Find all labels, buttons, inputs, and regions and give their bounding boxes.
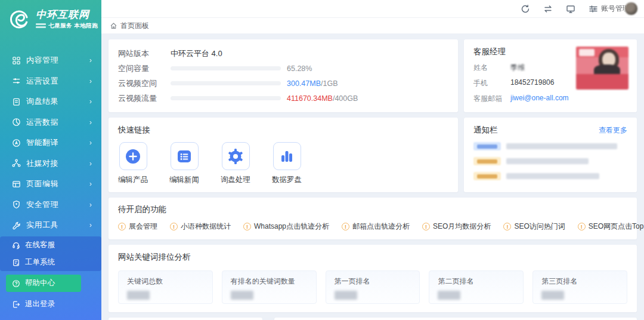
brand-micro-text — [36, 23, 46, 28]
pending-features-card: 待开启的功能 !展会管理 !小语种数据统计 !Whatsapp点击轨迹分析 !邮… — [109, 198, 637, 239]
sidebar-item-content-management[interactable]: 内容管理 › — [0, 50, 101, 71]
chevron-right-icon: › — [89, 201, 92, 209]
warning-icon: ! — [170, 223, 178, 230]
sidebar-item-page-editor[interactable]: 页面编辑 › — [0, 174, 101, 195]
sidebar-item-inquiry-results[interactable]: 询盘结果 › — [0, 91, 101, 112]
account-menu[interactable]: 账号管理 — [589, 2, 638, 16]
brand-tagline: 七星服务 本地陪跑 — [48, 22, 98, 30]
dashboard-content: 网站版本 中环云平台 4.0 空间容量 65.28% 云视频空间 300.47M… — [101, 33, 644, 320]
video-space-progressbar — [171, 81, 281, 85]
chevron-right-icon: › — [89, 139, 92, 147]
pie-icon — [12, 118, 21, 127]
stat-value-redacted — [541, 291, 564, 300]
notice-item[interactable] — [473, 172, 627, 180]
manager-name: 季维 — [510, 63, 525, 73]
sidebar-item-logout[interactable]: 退出登录 — [6, 296, 81, 313]
sliders-icon — [12, 76, 21, 85]
home-icon — [110, 22, 117, 30]
sidebar-item-operation-settings[interactable]: 运营设置 › — [0, 71, 101, 92]
swap-icon[interactable] — [543, 4, 553, 14]
version-value: 中环云平台 4.0 — [171, 48, 222, 59]
manager-email-link[interactable]: jiwei@one-all.com — [510, 94, 569, 104]
notice-text-redacted — [506, 158, 589, 164]
stat-value-redacted — [438, 291, 460, 300]
video-traffic-progressbar — [171, 96, 281, 100]
sidebar-item-online-service[interactable]: 在线客服 — [6, 236, 81, 254]
quicklink-edit-news[interactable]: 编辑新闻 — [169, 142, 199, 185]
quicklink-edit-product[interactable]: 编辑产品 — [118, 142, 148, 185]
pending-feature[interactable]: !小语种数据统计 — [170, 221, 231, 232]
pending-feature[interactable]: !SEO访问热门词 — [503, 221, 565, 232]
plus-circle-icon — [124, 147, 142, 165]
user-avatar[interactable] — [624, 2, 638, 16]
swirl-logo-icon — [7, 7, 31, 31]
notice-item[interactable] — [473, 142, 627, 150]
sidebar-menu: 内容管理 › 运营设置 › 询盘结果 › 运营数据 › 智能翻译 › — [0, 50, 101, 236]
sidebar-item-social-media[interactable]: 社媒对接 › — [0, 153, 101, 174]
brand-logo: 中环互联网 七星服务 本地陪跑 — [0, 0, 101, 37]
notice-board-card: 通知栏 查看更多 — [464, 118, 637, 192]
refresh-icon[interactable] — [521, 4, 530, 14]
notice-badge — [473, 157, 501, 165]
quicklink-data-compass[interactable]: 数据罗盘 — [272, 142, 302, 185]
notice-text-redacted — [506, 173, 599, 179]
service-manager-card: 客服经理 姓名 季维 手机 18452719806 客服邮箱 jiwei@one… — [464, 39, 637, 112]
ticket-icon — [12, 259, 20, 267]
logout-icon — [12, 300, 20, 309]
chevron-right-icon: › — [89, 180, 92, 188]
version-label: 网站版本 — [118, 48, 171, 59]
list-icon — [176, 148, 193, 165]
chevron-right-icon: › — [89, 97, 92, 106]
manager-phone: 18452719806 — [510, 78, 554, 88]
manager-photo — [576, 47, 628, 90]
warning-icon: ! — [342, 223, 349, 230]
storage-value: 65.28% — [287, 64, 312, 73]
chevron-right-icon: › — [89, 56, 92, 64]
gear-icon — [227, 147, 244, 165]
keyword-analysis-card: 网站关键词排位分析 关键词总数 有排名的关键词数量 第一页排名 — [109, 245, 637, 312]
rising-keywords-card: 近期排位上升较快的关键词 排名 — [274, 318, 637, 320]
stat-value-redacted — [335, 291, 357, 300]
keyword-analysis-title: 网站关键词排位分析 — [118, 252, 627, 263]
warning-icon: ! — [243, 223, 251, 230]
brand-name: 中环互联网 — [36, 9, 98, 21]
sidebar-item-utilities[interactable]: 实用工具 › — [0, 215, 101, 236]
tune-sliders-icon — [589, 4, 598, 14]
breadcrumb: 首页面板 — [101, 18, 644, 33]
layout-icon — [12, 180, 21, 189]
topbar: 账号管理 — [101, 0, 644, 18]
translate-icon — [12, 139, 21, 147]
stat-value-redacted — [231, 291, 253, 300]
pending-feature[interactable]: !SEO月均数据分析 — [422, 221, 491, 232]
monitor-icon[interactable] — [566, 4, 575, 14]
warning-icon: ! — [118, 223, 126, 230]
pending-title: 待开启的功能 — [118, 204, 627, 215]
pending-feature[interactable]: !SEO网页点击Top100 — [578, 221, 644, 232]
sidebar-item-help-center[interactable]: 帮助中心 — [6, 275, 81, 292]
notice-item[interactable] — [473, 157, 627, 165]
notices-title: 通知栏 — [473, 125, 498, 136]
quicklink-inquiry-handling[interactable]: 询盘处理 — [221, 142, 250, 185]
notice-badge — [473, 142, 501, 150]
sidebar-item-ticket-system[interactable]: 工单系统 — [6, 254, 81, 271]
pending-feature[interactable]: !邮箱点击轨迹分析 — [342, 221, 410, 232]
chevron-right-icon: › — [89, 221, 92, 229]
sidebar-item-security-management[interactable]: 安全管理 › — [0, 195, 101, 216]
site-overview-card: 网站版本 中环云平台 4.0 空间容量 65.28% 云视频空间 300.47M… — [109, 39, 458, 112]
warning-icon: ! — [503, 223, 511, 230]
sidebar-item-operation-data[interactable]: 运营数据 › — [0, 112, 101, 133]
grid-icon — [12, 56, 21, 65]
pending-feature[interactable]: !Whatsapp点击轨迹分析 — [243, 221, 329, 232]
stat-first-page: 第一页排名 — [326, 270, 420, 304]
shield-icon — [12, 200, 21, 209]
sidebar-item-smart-translation[interactable]: 智能翻译 › — [0, 133, 101, 153]
notices-view-more-link[interactable]: 查看更多 — [599, 125, 627, 136]
quick-links-card: 快速链接 编辑产品 编辑新闻 询盘处理 — [109, 118, 458, 192]
pending-feature[interactable]: !展会管理 — [118, 221, 157, 232]
breadcrumb-label[interactable]: 首页面板 — [120, 21, 149, 31]
stat-value-redacted — [127, 291, 150, 300]
storage-progressbar — [171, 66, 281, 70]
stat-ranked-keywords: 有排名的关键词数量 — [222, 270, 317, 304]
sidebar: 中环互联网 七星服务 本地陪跑 内容管理 › 运营设置 › 询盘结果 — [0, 0, 101, 320]
app-window: 中环互联网 七星服务 本地陪跑 内容管理 › 运营设置 › 询盘结果 — [0, 0, 644, 320]
